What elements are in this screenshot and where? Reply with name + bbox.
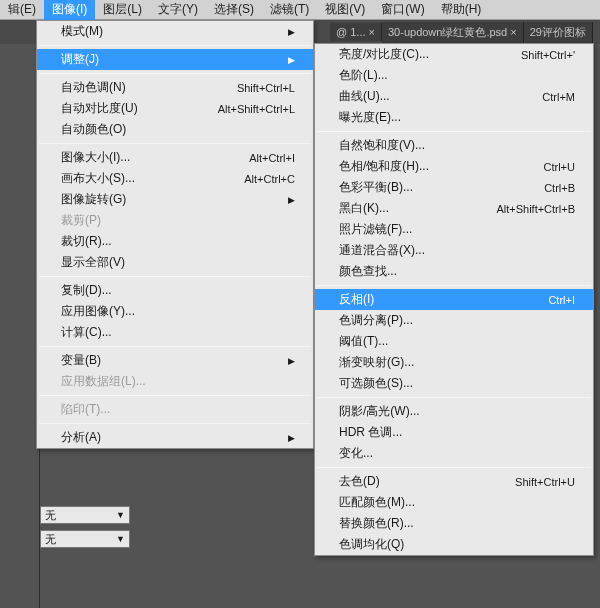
menu-item[interactable]: 反相(I)Ctrl+I <box>315 289 593 310</box>
select-1[interactable]: 无 ▼ <box>40 506 130 524</box>
menu-item[interactable]: 画布大小(S)...Alt+Ctrl+C <box>37 168 313 189</box>
chevron-down-icon: ▼ <box>116 534 125 544</box>
menu-item-label: 应用图像(Y)... <box>61 303 135 320</box>
menu-item-shortcut: Ctrl+B <box>544 182 575 194</box>
menu-item[interactable]: 亮度/对比度(C)...Shift+Ctrl+' <box>315 44 593 65</box>
menu-item-label: 颜色查找... <box>339 263 397 280</box>
menu-item[interactable]: 图像大小(I)...Alt+Ctrl+I <box>37 147 313 168</box>
menu-item: 应用数据组(L)... <box>37 371 313 392</box>
submenu-arrow-icon: ▶ <box>288 27 295 37</box>
menu-item-label: 替换颜色(R)... <box>339 515 414 532</box>
menu-item[interactable]: HDR 色调... <box>315 422 593 443</box>
menu-item[interactable]: 图像旋转(G)▶ <box>37 189 313 210</box>
menu-item-label: 色阶(L)... <box>339 67 388 84</box>
menu-item[interactable]: 颜色查找... <box>315 261 593 282</box>
menu-separator <box>317 285 591 286</box>
menu-item-label: 图像大小(I)... <box>61 149 130 166</box>
menu-item[interactable]: 显示全部(V) <box>37 252 313 273</box>
menu-item: 裁剪(P) <box>37 210 313 231</box>
menu-item[interactable]: 变化... <box>315 443 593 464</box>
menu-item-label: 阈值(T)... <box>339 333 388 350</box>
menubar-item[interactable]: 选择(S) <box>206 0 262 20</box>
menu-item[interactable]: 变量(B)▶ <box>37 350 313 371</box>
menu-item-label: 照片滤镜(F)... <box>339 221 412 238</box>
menu-separator <box>317 131 591 132</box>
menu-item[interactable]: 曝光度(E)... <box>315 107 593 128</box>
menubar-item[interactable]: 帮助(H) <box>433 0 490 20</box>
menu-item-label: 亮度/对比度(C)... <box>339 46 429 63</box>
menu-item-label: 阴影/高光(W)... <box>339 403 420 420</box>
menu-separator <box>39 73 311 74</box>
menu-item[interactable]: 黑白(K)...Alt+Shift+Ctrl+B <box>315 198 593 219</box>
menu-item-label: 自然饱和度(V)... <box>339 137 425 154</box>
menu-item[interactable]: 色调均化(Q) <box>315 534 593 555</box>
menu-item-label: 自动对比度(U) <box>61 100 138 117</box>
menu-item[interactable]: 分析(A)▶ <box>37 427 313 448</box>
submenu-arrow-icon: ▶ <box>288 356 295 366</box>
menu-item-label: 图像旋转(G) <box>61 191 126 208</box>
menubar-item[interactable]: 辑(E) <box>0 0 44 20</box>
menu-item[interactable]: 阴影/高光(W)... <box>315 401 593 422</box>
menu-item-shortcut: Shift+Ctrl+U <box>515 476 575 488</box>
menu-separator <box>39 45 311 46</box>
menu-item-label: 可选颜色(S)... <box>339 375 413 392</box>
menubar-item[interactable]: 窗口(W) <box>373 0 432 20</box>
menu-item[interactable]: 色相/饱和度(H)...Ctrl+U <box>315 156 593 177</box>
menu-item-shortcut: Shift+Ctrl+L <box>237 82 295 94</box>
document-tab[interactable]: 30-updown绿红黄色.psd × <box>382 22 524 43</box>
menu-item-label: 陷印(T)... <box>61 401 110 418</box>
document-tab[interactable]: 29评价图标 <box>524 22 593 43</box>
adjustments-submenu: 亮度/对比度(C)...Shift+Ctrl+'色阶(L)...曲线(U)...… <box>314 43 594 556</box>
menubar-item[interactable]: 滤镜(T) <box>262 0 317 20</box>
select-1-value: 无 <box>45 508 56 523</box>
menu-item-shortcut: Ctrl+U <box>544 161 575 173</box>
menubar-item[interactable]: 文字(Y) <box>150 0 206 20</box>
menu-item-shortcut: Alt+Ctrl+C <box>244 173 295 185</box>
menu-item[interactable]: 匹配颜色(M)... <box>315 492 593 513</box>
menu-item-label: 裁切(R)... <box>61 233 112 250</box>
menu-item[interactable]: 计算(C)... <box>37 322 313 343</box>
image-menu: 模式(M)▶调整(J)▶自动色调(N)Shift+Ctrl+L自动对比度(U)A… <box>36 20 314 449</box>
menu-item[interactable]: 阈值(T)... <box>315 331 593 352</box>
menu-item-label: 自动色调(N) <box>61 79 126 96</box>
menu-item-label: 调整(J) <box>61 51 99 68</box>
menu-item[interactable]: 去色(D)Shift+Ctrl+U <box>315 471 593 492</box>
bottom-selects: 无 ▼ 无 ▼ <box>40 506 130 548</box>
menu-item-label: 曲线(U)... <box>339 88 390 105</box>
menu-item[interactable]: 自动颜色(O) <box>37 119 313 140</box>
menu-item-shortcut: Alt+Shift+Ctrl+L <box>218 103 295 115</box>
menu-item[interactable]: 渐变映射(G)... <box>315 352 593 373</box>
menu-item-label: 匹配颜色(M)... <box>339 494 415 511</box>
menu-item[interactable]: 可选颜色(S)... <box>315 373 593 394</box>
menu-item-label: 色相/饱和度(H)... <box>339 158 429 175</box>
menu-item[interactable]: 色彩平衡(B)...Ctrl+B <box>315 177 593 198</box>
menu-separator <box>317 397 591 398</box>
menu-item[interactable]: 自然饱和度(V)... <box>315 135 593 156</box>
menu-item-label: 黑白(K)... <box>339 200 389 217</box>
menu-item[interactable]: 裁切(R)... <box>37 231 313 252</box>
menu-item-label: 裁剪(P) <box>61 212 101 229</box>
menu-item[interactable]: 模式(M)▶ <box>37 21 313 42</box>
menu-item-label: 反相(I) <box>339 291 374 308</box>
menu-item[interactable]: 应用图像(Y)... <box>37 301 313 322</box>
menu-item-shortcut: Shift+Ctrl+' <box>521 49 575 61</box>
menu-item[interactable]: 色调分离(P)... <box>315 310 593 331</box>
menu-item[interactable]: 色阶(L)... <box>315 65 593 86</box>
select-2[interactable]: 无 ▼ <box>40 530 130 548</box>
menu-item[interactable]: 自动色调(N)Shift+Ctrl+L <box>37 77 313 98</box>
menu-item[interactable]: 复制(D)... <box>37 280 313 301</box>
menubar-item[interactable]: 视图(V) <box>317 0 373 20</box>
menu-item-label: 色调分离(P)... <box>339 312 413 329</box>
menu-item-label: 渐变映射(G)... <box>339 354 414 371</box>
menubar-item[interactable]: 图像(I) <box>44 0 95 20</box>
menu-item-shortcut: Ctrl+I <box>548 294 575 306</box>
menu-item[interactable]: 替换颜色(R)... <box>315 513 593 534</box>
menu-separator <box>39 276 311 277</box>
menu-item[interactable]: 自动对比度(U)Alt+Shift+Ctrl+L <box>37 98 313 119</box>
menu-item[interactable]: 照片滤镜(F)... <box>315 219 593 240</box>
menu-item[interactable]: 通道混合器(X)... <box>315 240 593 261</box>
menu-item[interactable]: 调整(J)▶ <box>37 49 313 70</box>
document-tab[interactable]: @ 1... × <box>330 23 382 41</box>
menu-item[interactable]: 曲线(U)...Ctrl+M <box>315 86 593 107</box>
menubar-item[interactable]: 图层(L) <box>95 0 150 20</box>
